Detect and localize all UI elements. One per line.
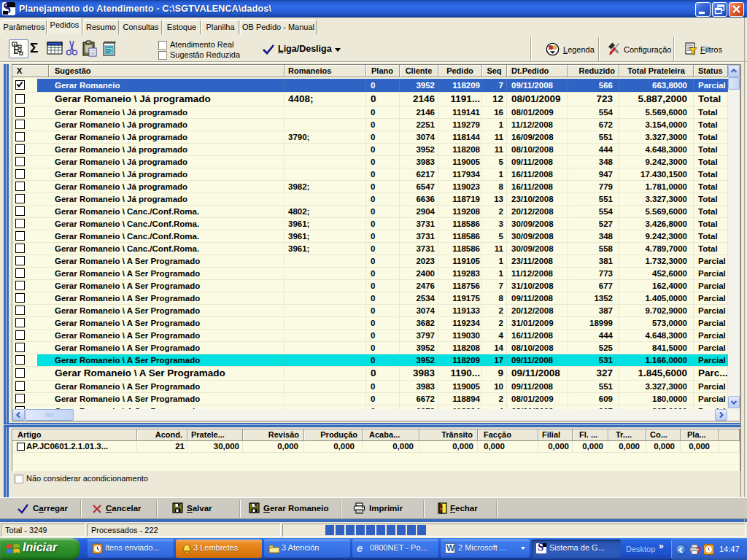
svg-text:?: ? [696,545,701,556]
